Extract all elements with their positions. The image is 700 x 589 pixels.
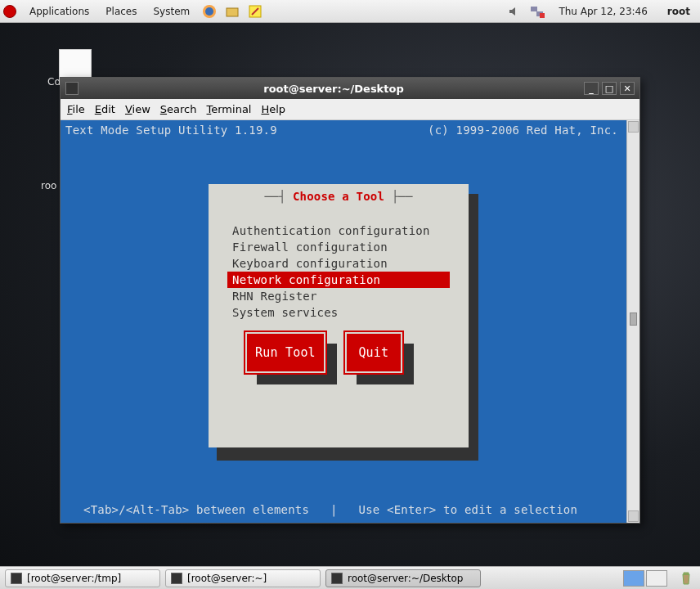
menu-view[interactable]: View [125,103,150,115]
tui-item-network[interactable]: Network configuration [227,272,450,288]
task-label: [root@server:/tmp] [27,573,121,584]
user-menu[interactable]: root [661,2,697,20]
terminal-icon [171,573,182,584]
task-label: [root@server:~] [187,573,267,584]
tui-item-firewall[interactable]: Firewall configuration [227,239,450,255]
volume-icon[interactable] [506,3,523,20]
tui-footer-sep: | [309,503,358,516]
menu-help[interactable]: Help [261,103,285,115]
terminal-area[interactable]: Text Mode Setup Utility 1.19.9 (c) 1999-… [61,120,626,523]
scroll-up-button[interactable] [628,121,639,133]
svg-point-1 [205,7,213,16]
scroll-thumb[interactable] [630,312,637,326]
scroll-down-button[interactable] [628,510,639,522]
terminal-icon [11,573,22,584]
file-manager-icon[interactable] [224,3,240,20]
menu-terminal[interactable]: Terminal [207,103,252,115]
task-button-2[interactable]: [root@server:~] [165,569,321,587]
top-panel: Applications Places System Thu Apr 12, 2… [0,0,700,23]
bottom-panel: [root@server:/tmp] [root@server:~] root@… [0,566,700,589]
svg-rect-4 [531,7,537,11]
terminal-icon [331,573,343,584]
tui-item-rhn[interactable]: RHN Register [227,288,450,304]
tui-item-services[interactable]: System services [227,304,450,321]
menu-search[interactable]: Search [160,103,197,115]
tui-header-copyright: (c) 1999-2006 Red Hat, Inc. [428,124,618,137]
maximize-button[interactable]: □ [602,82,617,95]
task-label: root@server:~/Desktop [348,573,463,584]
scrollbar[interactable] [626,120,639,523]
task-button-3[interactable]: root@server:~/Desktop [325,569,481,587]
firefox-icon[interactable] [201,3,218,20]
svg-rect-6 [540,13,545,18]
tui-footer-right: Use <Enter> to edit a selection [359,503,578,516]
trash-icon[interactable] [677,569,695,587]
menu-file[interactable]: File [67,103,85,115]
menu-edit[interactable]: Edit [95,103,115,115]
workspace-2[interactable] [646,570,667,587]
menu-places[interactable]: Places [101,2,141,20]
tui-footer-left: <Tab>/<Alt-Tab> between elements [83,503,309,516]
terminal-window: root@server:~/Desktop _ □ ✕ File Edit Vi… [60,77,640,524]
tui-dialog-title: ──┤ Choose a Tool ├── [209,190,468,203]
workspace-1[interactable] [623,570,644,587]
tui-item-authentication[interactable]: Authentication configuration [227,223,450,239]
tui-dialog: ──┤ Choose a Tool ├── Authentication con… [209,184,469,447]
menu-system[interactable]: System [148,2,195,20]
tui-item-keyboard[interactable]: Keyboard configuration [227,255,450,272]
terminal-icon [65,82,79,95]
tui-header-title: Text Mode Setup Utility 1.19.9 [65,124,277,137]
run-tool-button[interactable]: Run Tool [245,332,325,373]
tui-tool-list: Authentication configuration Firewall co… [227,223,450,321]
tui-footer: <Tab>/<Alt-Tab> between elements | Use <… [83,503,618,516]
menu-applications[interactable]: Applications [25,2,94,20]
quit-button[interactable]: Quit [345,332,402,373]
network-disconnected-icon[interactable] [529,3,545,20]
minimize-button[interactable]: _ [584,82,599,95]
menubar: File Edit View Search Terminal Help [61,99,639,120]
titlebar[interactable]: root@server:~/Desktop _ □ ✕ [61,78,639,99]
clock[interactable]: Thu Apr 12, 23:46 [552,2,653,20]
redhat-logo-icon [3,5,16,18]
desktop-area: Co roo root@server:~/Desktop _ □ ✕ File … [0,23,700,566]
text-editor-icon[interactable] [247,3,263,20]
window-title: root@server:~/Desktop [83,83,584,95]
task-button-1[interactable]: [root@server:/tmp] [5,569,160,587]
desktop-label-partial-2: roo [41,180,56,191]
close-button[interactable]: ✕ [620,82,635,95]
desktop-label-partial-1: Co [47,76,61,88]
svg-rect-2 [227,8,238,16]
workspace-pager [623,570,667,587]
